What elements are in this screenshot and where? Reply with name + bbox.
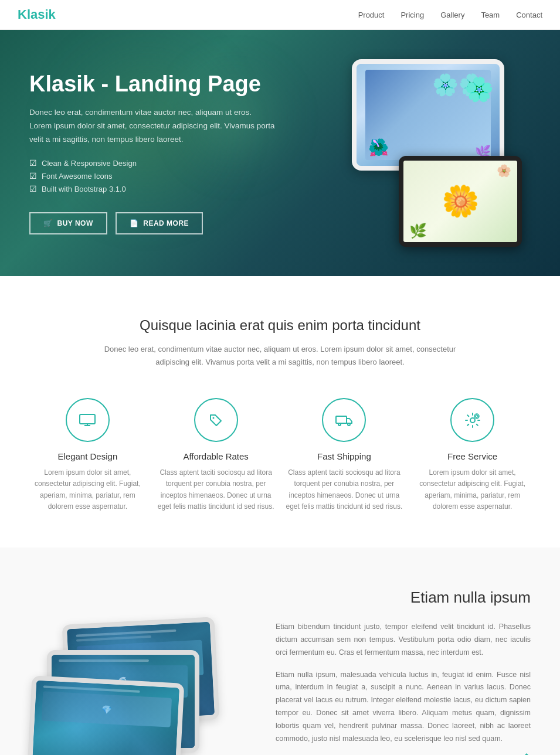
feature-icon-tag (194, 398, 238, 442)
product-section: 🏙️ 🌊 💎 Etiam nulla (0, 547, 560, 755)
svg-rect-4 (336, 416, 347, 423)
cart-icon: 🛒 (43, 219, 53, 227)
svg-point-6 (348, 423, 350, 426)
hero-subtitle: Donec leo erat, condimentum vitae auctor… (29, 106, 276, 147)
product-para-2: Etiam nulla ipsum, malesuada vehicula lu… (276, 669, 531, 746)
product-title: Etiam nulla ipsum (276, 589, 531, 607)
hero-feature-2: Font Awesome Icons (29, 171, 276, 181)
nav-contact[interactable]: Contact (516, 11, 542, 19)
hero-feature-3: Built with Bootstrap 3.1.0 (29, 184, 276, 193)
nav-links: Product Pricing Gallery Team Contact (358, 9, 542, 20)
features-section: Quisque lacinia erat quis enim porta tin… (0, 276, 560, 547)
nav-team[interactable]: Team (481, 11, 500, 19)
hero-title: Klasik - Landing Page (29, 72, 276, 97)
feature-icon-monitor (66, 398, 110, 442)
feature-desc-2: Class aptent taciti sociosqu ad litora t… (158, 467, 274, 512)
tablet-white-mockup: 🌸🌸 🌺 🌿 (352, 59, 504, 171)
svg-point-5 (338, 423, 341, 426)
feature-name-2: Affordable Rates (183, 451, 248, 461)
hero-image-area: 🌸🌸 🌺 🌿 🌼 🌿 🌸 (305, 42, 539, 264)
feature-desc-1: Lorem ipsum dolor sit amet, consectetur … (29, 467, 146, 512)
nav-pricing[interactable]: Pricing (401, 11, 424, 19)
product-devices: 🏙️ 🌊 💎 (29, 615, 252, 755)
features-grid: Elegant Design Lorem ipsum dolor sit ame… (29, 398, 531, 512)
feature-icon-truck (322, 398, 366, 442)
feature-desc-3: Class aptent taciti sociosqu ad litora t… (286, 467, 403, 512)
feature-desc-4: Lorem ipsum dolor sit amet, consectetur … (414, 467, 531, 512)
nav-gallery[interactable]: Gallery (440, 11, 464, 19)
product-para-1: Etiam bibendum tincidunt justo, tempor e… (276, 621, 531, 659)
feature-free-service: Free Service Lorem ipsum dolor sit amet,… (414, 398, 531, 512)
feature-affordable-rates: Affordable Rates Class aptent taciti soc… (158, 398, 274, 512)
features-subtitle: Donec leo erat, condimentum vitae auctor… (104, 343, 456, 369)
features-title: Quisque lacinia erat quis enim porta tin… (29, 317, 531, 334)
hero-features-list: Clean & Responsive Design Font Awesome I… (29, 158, 276, 193)
read-more-button[interactable]: 📄 READ MORE (116, 212, 203, 234)
hero-section: Klasik - Landing Page Donec leo erat, co… (0, 30, 560, 276)
feature-fast-shipping: Fast Shipping Class aptent taciti socios… (286, 398, 403, 512)
feature-name-3: Fast Shipping (317, 451, 371, 461)
product-content: Etiam nulla ipsum Etiam bibendum tincidu… (276, 589, 531, 755)
feature-name-4: Free Service (447, 451, 497, 461)
nav-product[interactable]: Product (358, 11, 385, 19)
svg-rect-0 (80, 414, 95, 424)
feature-icon-gear (450, 398, 494, 442)
hero-content: Klasik - Landing Page Donec leo erat, co… (0, 42, 305, 264)
stacked-tablet-3: 💎 (27, 676, 185, 755)
feature-name-1: Elegant Design (58, 451, 118, 461)
hero-buttons: 🛒 BUY NOW 📄 READ MORE (29, 212, 276, 234)
navbar: Klasik Product Pricing Gallery Team Cont… (0, 0, 560, 30)
tablet-black-mockup: 🌼 🌿 🌸 (399, 156, 522, 247)
brand-logo[interactable]: Klasik (18, 7, 56, 22)
file-icon: 📄 (130, 219, 139, 227)
svg-point-7 (470, 418, 475, 423)
hero-feature-1: Clean & Responsive Design (29, 158, 276, 168)
feature-elegant-design: Elegant Design Lorem ipsum dolor sit ame… (29, 398, 146, 512)
svg-point-3 (213, 417, 215, 419)
buy-now-button[interactable]: 🛒 BUY NOW (29, 212, 107, 234)
